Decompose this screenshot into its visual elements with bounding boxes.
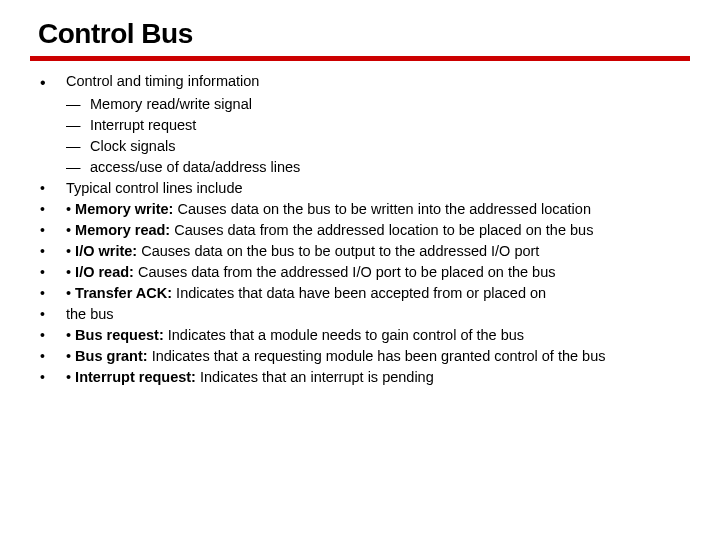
list-subitem: —Clock signals bbox=[38, 136, 690, 157]
subitem-text: Memory read/write signal bbox=[90, 96, 252, 112]
list-item: • • Interrupt request: Indicates that an… bbox=[38, 367, 690, 388]
bullet-icon: • bbox=[40, 306, 45, 322]
list-item: • • Memory read: Causes data from the ad… bbox=[38, 220, 690, 241]
item-text: • Bus grant: Indicates that a requesting… bbox=[66, 346, 690, 367]
bullet-icon: • bbox=[40, 222, 45, 238]
dash-icon: — bbox=[66, 157, 90, 178]
slide-body: • Control and timing information —Memory… bbox=[30, 71, 690, 388]
list-item: • the bus bbox=[38, 304, 690, 325]
bullet-icon: • bbox=[40, 201, 45, 217]
item-text: • Memory write: Causes data on the bus t… bbox=[66, 199, 690, 220]
dash-icon: — bbox=[66, 94, 90, 115]
list-item: • • Memory write: Causes data on the bus… bbox=[38, 199, 690, 220]
dash-icon: — bbox=[66, 136, 90, 157]
list-item: • • Bus request: Indicates that a module… bbox=[38, 325, 690, 346]
item-text: • Memory read: Causes data from the addr… bbox=[66, 220, 690, 241]
list-item: • • I/O read: Causes data from the addre… bbox=[38, 262, 690, 283]
list-subitem: —access/use of data/address lines bbox=[38, 157, 690, 178]
item-text: • Transfer ACK: Indicates that data have… bbox=[66, 283, 690, 304]
list-subitem: —Interrupt request bbox=[38, 115, 690, 136]
item-text: • Interrupt request: Indicates that an i… bbox=[66, 367, 690, 388]
bullet-icon: • bbox=[40, 243, 45, 259]
subitem-text: Clock signals bbox=[90, 138, 175, 154]
item-text: • Bus request: Indicates that a module n… bbox=[66, 325, 690, 346]
bullet-icon: • bbox=[40, 264, 45, 280]
bullet-icon: • bbox=[40, 348, 45, 364]
list-item: • • I/O write: Causes data on the bus to… bbox=[38, 241, 690, 262]
slide-title: Control Bus bbox=[30, 18, 690, 50]
bullet-icon: • bbox=[40, 74, 46, 91]
list-item: • Typical control lines include bbox=[38, 178, 690, 199]
item-text: Typical control lines include bbox=[66, 178, 690, 199]
subitem-text: Interrupt request bbox=[90, 117, 196, 133]
bullet-icon: • bbox=[40, 180, 45, 196]
list-item: • Control and timing information bbox=[38, 71, 690, 94]
list-item: • • Transfer ACK: Indicates that data ha… bbox=[38, 283, 690, 304]
subitem-text: access/use of data/address lines bbox=[90, 159, 300, 175]
bullet-icon: • bbox=[40, 369, 45, 385]
list-item: • • Bus grant: Indicates that a requesti… bbox=[38, 346, 690, 367]
bullet-icon: • bbox=[40, 327, 45, 343]
item-text: • I/O read: Causes data from the address… bbox=[66, 262, 690, 283]
title-underline bbox=[30, 56, 690, 61]
item-text: Control and timing information bbox=[66, 71, 690, 92]
dash-icon: — bbox=[66, 115, 90, 136]
item-text: • I/O write: Causes data on the bus to b… bbox=[66, 241, 690, 262]
bullet-icon: • bbox=[40, 285, 45, 301]
slide: Control Bus • Control and timing informa… bbox=[0, 0, 720, 388]
item-text: the bus bbox=[66, 304, 690, 325]
list-subitem: —Memory read/write signal bbox=[38, 94, 690, 115]
